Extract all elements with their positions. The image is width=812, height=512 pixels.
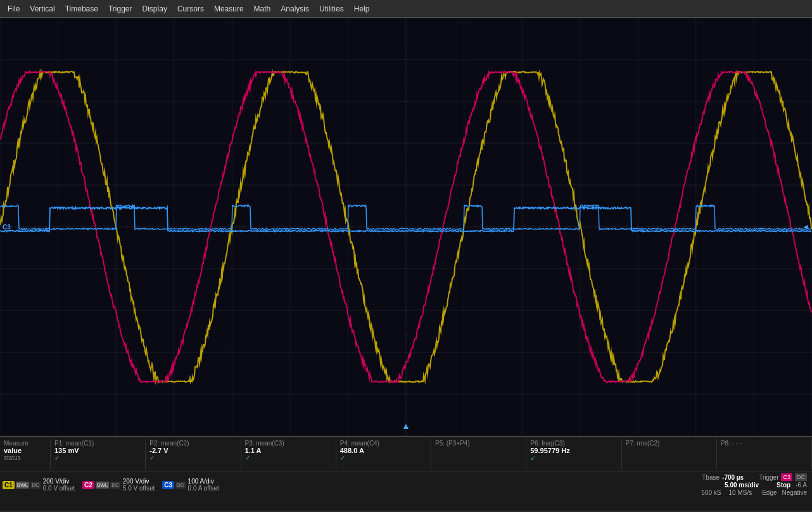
tbase-trigger-block: Tbase -700 µs Trigger C3 DC 5.00 ms/div … <box>701 473 812 496</box>
c3-dc-badge: DC <box>175 482 186 489</box>
p5-label: P5: (P3+P4) <box>435 440 522 447</box>
measure-value-label: value <box>4 447 46 454</box>
tbase-rate-row: 5.00 ms/div Stop -6 A <box>725 482 807 489</box>
channel-c1-block: C1 BWL DC <box>3 481 41 489</box>
measure-row: Measure value status P1: mean(C1) 135 mV… <box>0 437 812 471</box>
p1-status: ✓ <box>54 454 141 461</box>
tbase-sample: 500 kS <box>701 489 721 496</box>
tbase-sample-row: 500 kS 10 MS/s Edge Negative <box>701 489 807 496</box>
trigger-level: -6 A <box>796 482 807 489</box>
channel-c2-block: C2 BWL DC <box>82 481 120 489</box>
c1-offset: 0.0 V offset <box>43 485 75 492</box>
tbase-value: -700 µs <box>722 474 744 481</box>
c1-vdiv: 200 V/div <box>43 478 75 485</box>
measure-heading: Measure <box>4 440 46 447</box>
c2-badge[interactable]: C2 <box>82 481 94 489</box>
menu-measure[interactable]: Measure <box>209 2 249 16</box>
p6-value: 59.95779 Hz <box>530 447 617 454</box>
measure-labels: Measure value status <box>0 438 51 470</box>
trigger-dc-badge: DC <box>795 473 807 481</box>
p4-label: P4: mean(C4) <box>340 440 427 447</box>
trigger-type: Stop <box>777 482 790 489</box>
tbase-rate: 5.00 ms/div <box>725 482 759 489</box>
trigger-position-marker: ▲ <box>402 421 410 431</box>
channel-c3-block: C3 DC <box>162 481 185 489</box>
p6-label: P6: freq(C3) <box>530 440 617 447</box>
c1-bw-badge: BWL <box>16 482 29 489</box>
c1-dc-badge: DC <box>30 482 41 489</box>
p4-value: 488.0 A <box>340 447 427 454</box>
c2-bw-badge: BWL <box>96 482 109 489</box>
measure-status-label: status <box>4 454 46 461</box>
p1-value: 135 mV <box>54 447 141 454</box>
c3-vdiv: 100 A/div <box>188 478 219 485</box>
c2-vdiv: 200 V/div <box>123 478 155 485</box>
p7-label: P7: rms(C2) <box>626 440 713 447</box>
trigger-slope: Negative <box>782 489 807 496</box>
p8-label: P8: - - - <box>721 440 808 447</box>
p2-status: ✓ <box>149 454 236 461</box>
measure-p5: P5: (P3+P4) <box>431 438 526 470</box>
channel-info-row: C1 BWL DC 200 V/div 0.0 V offset C2 BWL … <box>0 471 812 498</box>
menu-file[interactable]: File <box>3 2 25 16</box>
trigger-ch-badge: C3 <box>781 473 792 481</box>
c2-offset: 5.0 V offset <box>123 485 155 492</box>
c3-badge[interactable]: C3 <box>162 481 174 489</box>
c3-detail: 100 A/div 0.0 A offset <box>188 478 219 492</box>
measure-p6: P6: freq(C3) 59.95779 Hz ↙ <box>526 438 621 470</box>
menu-vertical[interactable]: Vertical <box>25 2 60 16</box>
tbase-label: Tbase <box>702 474 720 481</box>
c2-dc-badge: DC <box>110 482 120 489</box>
status-area: Measure value status P1: mean(C1) 135 mV… <box>0 436 812 511</box>
p3-label: P3: mean(C3) <box>245 440 332 447</box>
measure-p1: P1: mean(C1) 135 mV ✓ <box>51 438 146 470</box>
c3-offset: 0.0 A offset <box>188 485 219 492</box>
p2-value: -2.7 V <box>149 447 236 454</box>
p3-value: 1.1 A <box>245 447 332 454</box>
trigger-sample-rate: 10 MS/s <box>728 489 752 496</box>
waveform-canvas <box>0 18 812 436</box>
measure-p3: P3: mean(C3) 1.1 A ✓ <box>241 438 336 470</box>
p3-status: ✓ <box>245 454 332 461</box>
menu-analysis[interactable]: Analysis <box>276 2 314 16</box>
tbase-row: Tbase -700 µs Trigger C3 DC <box>702 473 807 481</box>
p6-status: ↙ <box>530 454 617 461</box>
measure-p4: P4: mean(C4) 488.0 A ✓ <box>336 438 431 470</box>
c3-channel-label: C3 <box>3 224 11 231</box>
trigger-edge: Edge <box>762 489 777 496</box>
p1-label: P1: mean(C1) <box>54 440 141 447</box>
c2-detail: 200 V/div 5.0 V offset <box>123 478 155 492</box>
c1-detail: 200 V/div 0.0 V offset <box>43 478 75 492</box>
c1-badge[interactable]: C1 <box>3 481 15 489</box>
menu-help[interactable]: Help <box>349 2 375 16</box>
measure-p2: P2: mean(C2) -2.7 V ✓ <box>146 438 241 470</box>
menu-cursors[interactable]: Cursors <box>172 2 209 16</box>
scope-display: C3 ◄ ▲ <box>0 18 812 436</box>
p4-status: ✓ <box>340 454 427 461</box>
trigger-arrow-icon: ◄ <box>802 222 809 231</box>
menu-math[interactable]: Math <box>249 2 276 16</box>
menu-timebase[interactable]: Timebase <box>60 2 103 16</box>
menubar: File Vertical Timebase Trigger Display C… <box>0 0 812 18</box>
menu-trigger[interactable]: Trigger <box>103 2 137 16</box>
p2-label: P2: mean(C2) <box>149 440 236 447</box>
measure-p7: P7: rms(C2) <box>622 438 717 470</box>
measure-p8: P8: - - - <box>717 438 812 470</box>
menu-utilities[interactable]: Utilities <box>314 2 349 16</box>
menu-display[interactable]: Display <box>137 2 172 16</box>
trigger-label: Trigger <box>759 474 778 481</box>
